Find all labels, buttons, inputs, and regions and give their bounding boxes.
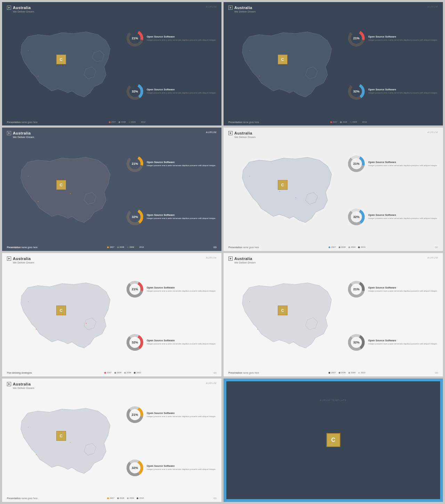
footer-presentation-4: Presentation name goes here (228, 246, 259, 249)
slide-2-footer: Presentation name goes here 2007 2008 20… (228, 121, 438, 123)
donut-3a: 21% (126, 155, 144, 173)
chart-text-6b: Open Source Software Integer posuere era… (368, 339, 439, 346)
australia-map-svg-4: ʻ • • (227, 137, 348, 243)
c-logo-4: C (278, 180, 288, 190)
donut-7a: 21% (126, 406, 144, 424)
play-icon-5 (7, 257, 11, 261)
play-icon-3 (7, 131, 11, 135)
australia-map-svg-2: ʻ • (227, 12, 348, 118)
slide-4-aurum: AURUM (427, 131, 438, 133)
svg-text:ʻ: ʻ (28, 176, 29, 179)
c-logo-1: C (56, 55, 66, 64)
footer-legend-2: 2007 2008 2009 2010 (330, 121, 367, 123)
donut-4b-label: 32% (353, 215, 359, 219)
slide-7-aurum: AURUM (206, 382, 217, 384)
donut-5b-label: 32% (132, 341, 138, 344)
slide-3-map: ʻ • • C (6, 137, 126, 243)
chart-text-2b: Open Source Software Integer posuere era… (368, 88, 439, 95)
chart-text-6a: Open Source Software Integer posuere era… (368, 286, 439, 293)
slide-1-footer: Presentation name goes here 2007 2008 20… (7, 121, 217, 123)
australia-map-svg-1: ʻ • • (6, 12, 126, 118)
slide-1-aurum: AURUM (206, 6, 217, 8)
slide-3-header: Australia We Deliver Dream (7, 131, 34, 139)
slide-8: C AURUM TEMPLATE (224, 379, 443, 502)
slide-2-aurum: AURUM (427, 6, 438, 8)
play-icon-6 (228, 257, 233, 261)
donut-4b: 32% (347, 208, 365, 226)
slide-3-title: Australia (13, 131, 31, 135)
c-logo-5: C (56, 306, 66, 315)
slide-7-header: Australia We Deliver Dream (7, 382, 34, 390)
slide-3-charts: 21% Open Source Software Integer posuere… (126, 137, 218, 243)
slide-5-header: Australia We Deliver Dream (7, 257, 34, 264)
chart-title-1a: Open Source Software (147, 35, 218, 38)
australia-map-svg-7: ʻ • • (6, 388, 126, 494)
svg-text:ʻ: ʻ (249, 301, 250, 304)
slide-3-subtitle: We Deliver Dream (13, 136, 34, 139)
slide-2-subtitle: We Deliver Dream (234, 10, 256, 13)
chart-title-1b: Open Source Software (147, 88, 218, 91)
slide-6-footer: Presentation name goes here 2007 2008 20… (228, 371, 438, 374)
chart-item-7a: 21% Open Source Software Integer posuere… (126, 406, 218, 424)
slide-5-map: ʻ • • C (6, 263, 126, 369)
slide-2-charts: 21% Open Source Software Integer posuere… (347, 12, 439, 118)
chart-text-4a: Open Source Software Integer posuere era… (368, 161, 439, 167)
chart-text-7a: Open Source Software Integer posuere era… (147, 412, 218, 418)
slide-6-header: Australia We Deliver Dream (228, 257, 256, 264)
slide-6-charts: 21% Open Source Software Integer posuere… (347, 263, 439, 369)
svg-text:ʻ: ʻ (249, 50, 250, 54)
donut-7b-label: 32% (132, 466, 138, 470)
donut-1b-label: 32% (132, 90, 138, 93)
chart-item-5b: 32% Open Source Software Integer posuere… (126, 333, 218, 351)
slide-4-charts: 21% Open Source Software Integer posuere… (347, 137, 439, 243)
chart-text-3a: Open Source Software Integer posuere era… (147, 161, 218, 167)
chart-item-7b: 32% Open Source Software Integer posuere… (126, 459, 218, 477)
slide-5-aurum: AURUM (206, 257, 217, 259)
footer-num-4: 00 (435, 246, 438, 249)
chart-text-5a: Open Source Software Integer posuere era… (147, 286, 218, 293)
footer-num-6: 00 (435, 371, 438, 374)
chart-item-5a: 21% Open Source Software Integer posuere… (126, 280, 218, 298)
c-logo-7: C (56, 431, 66, 441)
chart-text-3b: Open Source Software Integer posuere era… (147, 213, 218, 220)
slide-grid: Australia We Deliver Dream AURUM ʻ • • C (0, 0, 445, 504)
slide-3-footer: Presentation name goes here 2007 2008 20… (7, 246, 217, 249)
slide-4-footer: Presentation name goes here 2007 2008 20… (228, 246, 438, 249)
slide-6-title: Australia (234, 257, 252, 261)
donut-3b-label: 32% (132, 215, 138, 219)
donut-3b: 32% (126, 208, 144, 226)
donut-2b: 32% (347, 82, 365, 100)
slide-1-title: Australia (13, 6, 31, 10)
svg-text:ʻ: ʻ (249, 176, 250, 179)
slide-1-charts: 21% Open Source Software Integer posuere… (126, 12, 218, 118)
slide-4-map: ʻ • • C (227, 137, 348, 243)
footer-presentation-6: Presentation name goes here (228, 372, 259, 374)
donut-7a-label: 21% (132, 413, 138, 416)
slide-1: Australia We Deliver Dream AURUM ʻ • • C (2, 2, 221, 125)
slide-1-map: ʻ • • C (6, 12, 126, 118)
chart-item-3b: 32% Open Source Software Integer posuere… (126, 208, 218, 226)
chart-text-1b: Open Source Software Integer posuere era… (147, 88, 218, 95)
chart-text-4b: Open Source Software Integer posuere era… (368, 213, 439, 220)
chart-item-6a: 21% Open Source Software Integer posuere… (347, 280, 439, 298)
slide-6: Australia We Deliver Dream AURUM ʻ • C (224, 253, 443, 376)
chart-item-1b: 32% Open Source Software Integer posuere… (126, 82, 218, 100)
slide-7-map: ʻ • • C (6, 388, 126, 494)
footer-presentation-1: Presentation name goes here (7, 121, 38, 123)
slide-7-title: Australia (13, 382, 31, 386)
slide-8-watermark: AURUM TEMPLATE (320, 399, 347, 401)
slide-6-map: ʻ • C (227, 263, 348, 369)
chart-text-7b: Open Source Software Integer posuere era… (147, 464, 218, 471)
footer-legend-5: 2007 2008 2009 2010 (104, 372, 141, 374)
donut-4a-label: 21% (353, 162, 359, 165)
australia-map-svg-3: ʻ • • (6, 137, 126, 243)
slide-7-footer: Presentation name goes here 2007 2008 20… (7, 497, 217, 500)
donut-5a: 21% (126, 280, 144, 298)
donut-6b-label: 32% (353, 341, 359, 344)
australia-map-svg-6: ʻ • (227, 263, 348, 369)
slide-7: Australia We Deliver Dream AURUM ʻ • • C (2, 379, 221, 502)
slide-2-header: Australia We Deliver Dream (228, 6, 256, 13)
slide-2-title: Australia (234, 6, 252, 10)
donut-1b: 32% (126, 82, 144, 100)
slide-7-subtitle: We Deliver Dream (13, 387, 34, 390)
